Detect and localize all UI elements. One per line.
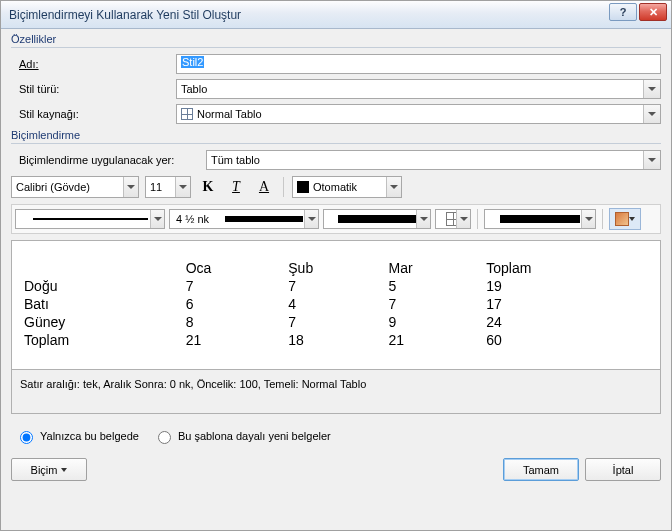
font-toolbar: Calibri (Gövde) 11 K T A Otomatik xyxy=(11,176,661,198)
table-header: Toplam xyxy=(486,259,648,277)
font-color-value: Otomatik xyxy=(313,181,357,193)
ok-button[interactable]: Tamam xyxy=(503,458,579,481)
dialog-footer: Biçim Tamam İptal xyxy=(11,454,661,481)
chevron-down-icon xyxy=(150,210,164,228)
table-cell: Güney xyxy=(24,313,186,331)
table-cell: 18 xyxy=(288,331,388,349)
table-cell: 8 xyxy=(186,313,289,331)
table-row: Doğu77519 xyxy=(24,277,648,295)
table-cell: Doğu xyxy=(24,277,186,295)
table-cell: Batı xyxy=(24,295,186,313)
style-based-combo[interactable]: Normal Tablo xyxy=(176,104,661,124)
close-button[interactable]: ✕ xyxy=(639,3,667,21)
template-docs-input[interactable] xyxy=(158,431,171,444)
bold-icon: K xyxy=(203,179,214,195)
table-cell: 4 xyxy=(288,295,388,313)
style-type-row: Stil türü: Tablo xyxy=(11,79,661,99)
name-input[interactable]: Stil2 xyxy=(176,54,661,74)
chevron-down-icon xyxy=(629,217,635,221)
table-cell: 9 xyxy=(388,313,486,331)
window-title: Biçimlendirmeyi Kullanarak Yeni Stil Olu… xyxy=(9,8,241,22)
table-cell: 21 xyxy=(388,331,486,349)
fill-icon xyxy=(615,212,629,226)
apply-to-value: Tüm tablo xyxy=(211,154,260,166)
table-cell: 7 xyxy=(288,277,388,295)
formatting-section-label: Biçimlendirme xyxy=(11,129,661,143)
chevron-down-icon xyxy=(643,151,660,169)
apply-to-label: Biçimlendirme uygulanacak yer: xyxy=(11,154,206,166)
status-description: Satır aralığı: tek, Aralık Sonra: 0 nk, … xyxy=(11,370,661,414)
chevron-down-icon xyxy=(643,105,660,123)
style-based-label: Stil kaynağı: xyxy=(11,108,176,120)
table-cell: 5 xyxy=(388,277,486,295)
table-header: Şub xyxy=(288,259,388,277)
line-color-combo[interactable] xyxy=(323,209,431,229)
template-docs-label: Bu şablona dayalı yeni belgeler xyxy=(178,430,331,442)
font-color-combo[interactable]: Otomatik xyxy=(292,176,402,198)
font-size-combo[interactable]: 11 xyxy=(145,176,191,198)
preview-table: OcaŞubMarToplam Doğu77519Batı64717Güney8… xyxy=(24,259,648,349)
table-cell: 7 xyxy=(388,295,486,313)
fill-color-combo[interactable] xyxy=(484,209,596,229)
table-preview: OcaŞubMarToplam Doğu77519Batı64717Güney8… xyxy=(11,240,661,370)
table-cell: 60 xyxy=(486,331,648,349)
underline-button[interactable]: A xyxy=(253,176,275,198)
chevron-down-icon xyxy=(386,177,401,197)
table-cell: 7 xyxy=(186,277,289,295)
style-type-combo[interactable]: Tablo xyxy=(176,79,661,99)
name-label: Adı: xyxy=(11,58,176,70)
divider xyxy=(11,47,661,48)
format-button[interactable]: Biçim xyxy=(11,458,87,481)
borders-combo[interactable] xyxy=(435,209,471,229)
table-header: Mar xyxy=(388,259,486,277)
table-cell: 17 xyxy=(486,295,648,313)
table-cell: 24 xyxy=(486,313,648,331)
properties-section-label: Özellikler xyxy=(11,33,661,47)
separator xyxy=(477,209,478,229)
apply-to-combo[interactable]: Tüm tablo xyxy=(206,150,661,170)
table-header xyxy=(24,259,186,277)
table-cell: 7 xyxy=(288,313,388,331)
divider xyxy=(11,143,661,144)
separator xyxy=(602,209,603,229)
dialog-content: Özellikler Adı: Stil2 Stil türü: Tablo S… xyxy=(1,29,671,489)
help-button[interactable]: ? xyxy=(609,3,637,21)
style-based-value: Normal Tablo xyxy=(197,108,262,120)
italic-button[interactable]: T xyxy=(225,176,247,198)
table-cell: 21 xyxy=(186,331,289,349)
bold-button[interactable]: K xyxy=(197,176,219,198)
chevron-down-icon xyxy=(123,177,138,197)
border-toolbar: 4 ½ nk xyxy=(11,204,661,234)
template-docs-radio[interactable]: Bu şablona dayalı yeni belgeler xyxy=(153,428,331,444)
chevron-down-icon xyxy=(581,210,595,228)
only-this-doc-input[interactable] xyxy=(20,431,33,444)
separator xyxy=(283,177,284,197)
table-row: Toplam21182160 xyxy=(24,331,648,349)
font-family-combo[interactable]: Calibri (Gövde) xyxy=(11,176,139,198)
table-icon xyxy=(181,108,193,120)
chevron-down-icon xyxy=(175,177,190,197)
font-size-value: 11 xyxy=(150,181,162,193)
apply-to-row: Biçimlendirme uygulanacak yer: Tüm tablo xyxy=(11,150,661,170)
chevron-down-icon xyxy=(61,468,67,472)
table-cell: 6 xyxy=(186,295,289,313)
underline-icon: A xyxy=(259,179,269,195)
table-row: Batı64717 xyxy=(24,295,648,313)
line-style-combo[interactable] xyxy=(15,209,165,229)
shading-button[interactable] xyxy=(609,208,641,230)
window-buttons: ? ✕ xyxy=(609,3,667,21)
italic-icon: T xyxy=(232,179,240,195)
table-row: Güney87924 xyxy=(24,313,648,331)
table-cell: 19 xyxy=(486,277,648,295)
line-weight-value: 4 ½ nk xyxy=(176,213,209,225)
cancel-button[interactable]: İptal xyxy=(585,458,661,481)
font-family-value: Calibri (Gövde) xyxy=(16,181,90,193)
chevron-down-icon xyxy=(304,210,318,228)
only-this-doc-radio[interactable]: Yalnızca bu belgede xyxy=(15,428,139,444)
chevron-down-icon xyxy=(416,210,430,228)
line-weight-combo[interactable]: 4 ½ nk xyxy=(169,209,319,229)
scope-radios: Yalnızca bu belgede Bu şablona dayalı ye… xyxy=(15,428,661,444)
only-this-doc-label: Yalnızca bu belgede xyxy=(40,430,139,442)
table-cell: Toplam xyxy=(24,331,186,349)
name-row: Adı: Stil2 xyxy=(11,54,661,74)
